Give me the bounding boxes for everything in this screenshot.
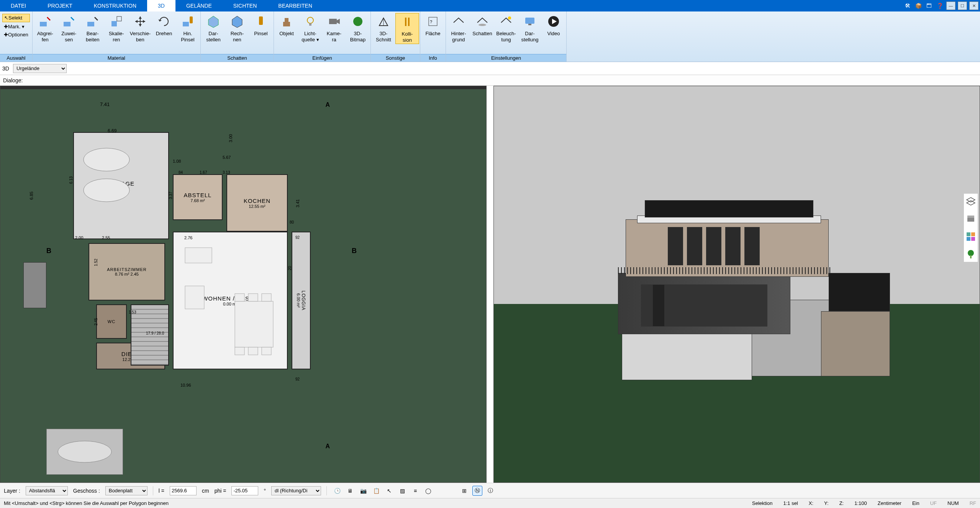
skalieren-button[interactable]: Skalie- ren <box>105 13 128 43</box>
darstellen-button[interactable]: Dar- stellen <box>202 13 225 43</box>
svg-point-25 <box>84 179 129 202</box>
ribbon-group-einfuegen: Objekt Licht- quelle ▾ Kame- ra 3D- Bitm… <box>274 11 371 62</box>
kollision-button[interactable]: Kolli- sion <box>395 13 419 44</box>
verschieben-button[interactable]: Verschie- ben <box>128 13 152 43</box>
ribbon-label-material: Material <box>33 54 200 62</box>
hintergrund-button[interactable]: Hinter- grund <box>447 13 470 43</box>
help-icon[interactable]: ❓ <box>936 2 944 10</box>
view-3d[interactable] <box>493 86 980 483</box>
svg-rect-28 <box>235 301 273 347</box>
svg-rect-32 <box>235 347 244 355</box>
svg-rect-27 <box>185 286 204 309</box>
svg-rect-0 <box>40 22 47 26</box>
svg-rect-33 <box>248 347 258 355</box>
menu-tab-gelaende[interactable]: GELÄNDE <box>175 0 223 11</box>
svg-rect-11 <box>309 23 311 26</box>
layer-select[interactable]: Abstandsflä <box>26 486 68 495</box>
svg-rect-21 <box>525 18 534 24</box>
status-rf: RF <box>970 500 976 506</box>
clipboard-icon[interactable]: 📋 <box>371 486 381 496</box>
info-icon[interactable]: ⓘ <box>485 486 495 496</box>
section-a-top: A <box>325 101 330 108</box>
objekt-button[interactable]: Objekt <box>275 13 298 38</box>
svg-rect-12 <box>329 19 337 24</box>
svg-rect-40 <box>967 237 970 241</box>
svg-point-20 <box>508 16 511 20</box>
hinpinsel-button[interactable]: Hin. Pinsel <box>176 13 200 43</box>
menu-tab-bearbeiten[interactable]: BEARBEITEN <box>267 0 323 11</box>
materials-icon[interactable] <box>965 231 976 242</box>
phi-label: phi = <box>215 488 226 494</box>
window-icon[interactable]: 🗔 <box>925 2 933 10</box>
clock-icon[interactable]: 🕒 <box>332 486 342 496</box>
view-mode-label: 3D <box>2 65 9 72</box>
status-uf: UF <box>930 500 937 506</box>
menu-tab-konstruktion[interactable]: KONSTRUKTION <box>83 0 147 11</box>
drehen-button[interactable]: Drehen <box>152 13 176 38</box>
menu-tab-sichten[interactable]: SICHTEN <box>223 0 267 11</box>
mark-button[interactable]: ✚ Mark. ▾ <box>2 23 30 31</box>
circle-icon[interactable]: ◯ <box>423 486 433 496</box>
svg-rect-3 <box>111 21 117 26</box>
bitmap3d-button[interactable]: 3D- Bitmap <box>346 13 370 43</box>
schnitt3d-button[interactable]: 3D- Schnitt <box>372 13 395 43</box>
workspace: 7.41 A GARAGE 36.36 m² 6.69 ABSTELL 7.68… <box>0 86 980 483</box>
room-wc-name: WC <box>108 319 115 324</box>
schatten-set-button[interactable]: Schatten <box>470 13 494 38</box>
svg-rect-4 <box>117 16 121 21</box>
flaeche-button[interactable]: ?Fläche <box>421 13 445 38</box>
svg-rect-37 <box>967 216 974 218</box>
optionen-button[interactable]: ✚ Optionen <box>2 31 30 39</box>
room-abstell-name: ABSTELL <box>184 192 212 198</box>
zuweisen-button[interactable]: Zuwei- sen <box>57 13 81 43</box>
svg-point-42 <box>968 250 974 256</box>
ribbon-group-auswahl: ↖ Selekt ✚ Mark. ▾ ✚ Optionen Auswahl <box>0 11 33 62</box>
package-icon[interactable]: 📦 <box>914 2 923 10</box>
abgreifen-button[interactable]: Abgrei- fen <box>33 13 57 43</box>
lichtquelle-button[interactable]: Licht- quelle ▾ <box>298 13 322 43</box>
svg-rect-38 <box>967 232 970 236</box>
bearbeiten-button[interactable]: Bear- beiten <box>81 13 105 43</box>
terrain-select[interactable]: Urgelände <box>13 64 67 73</box>
section-b-left: B <box>46 247 51 255</box>
dl-select[interactable]: dl (Richtung/Di <box>271 486 321 495</box>
menu-tab-3d[interactable]: 3D <box>147 0 175 11</box>
plants-icon[interactable] <box>965 249 976 260</box>
cursor-icon[interactable]: ↖ <box>384 486 394 496</box>
minimize-button[interactable]: — <box>946 2 955 10</box>
view-2d[interactable]: 7.41 A GARAGE 36.36 m² 6.69 ABSTELL 7.68… <box>0 86 487 483</box>
close-button[interactable]: ✕ <box>969 2 978 10</box>
grid-icon[interactable]: ⊞ <box>459 486 469 496</box>
maximize-button[interactable]: ☐ <box>958 2 967 10</box>
selekt-button[interactable]: ↖ Selekt <box>2 14 30 22</box>
nav-icon[interactable]: Ⓝ <box>472 486 482 496</box>
camera-icon[interactable]: 📷 <box>358 486 368 496</box>
context-bar: 3D Urgelände <box>0 62 980 75</box>
svg-rect-6 <box>190 16 193 23</box>
building-3d <box>591 185 882 384</box>
tools-icon[interactable]: 🛠 <box>903 2 912 10</box>
menu-tab-projekt[interactable]: PROJEKT <box>37 0 83 11</box>
svg-rect-36 <box>967 218 974 222</box>
pinsel-button[interactable]: Pinsel <box>249 13 273 38</box>
geschoss-select[interactable]: Bodenplatt <box>105 486 147 495</box>
monitor-icon[interactable]: 🖥 <box>345 486 355 496</box>
beleuchtung-button[interactable]: Beleuch- tung <box>494 13 518 43</box>
rechnen-button[interactable]: Rech- nen <box>225 13 249 43</box>
svg-rect-31 <box>262 294 271 301</box>
room-kochen-name: KOCHEN <box>244 198 270 204</box>
room-loggia-area: 6.00 m² <box>296 293 301 307</box>
layers-icon[interactable] <box>965 196 976 207</box>
furniture-icon[interactable] <box>965 214 976 224</box>
phi-input[interactable] <box>231 486 258 495</box>
menu-bar: DATEI PROJEKT KONSTRUKTION 3D GELÄNDE SI… <box>0 0 980 11</box>
video-button[interactable]: Video <box>542 13 565 38</box>
section-a-bot: A <box>325 443 330 450</box>
layers2-icon[interactable]: ▨ <box>397 486 407 496</box>
room-loggia-name: LOGGIA <box>301 291 306 310</box>
kamera-button[interactable]: Kame- ra <box>322 13 346 43</box>
l-input[interactable] <box>170 486 197 495</box>
darstellung-button[interactable]: Dar- stellung <box>518 13 542 43</box>
stack-icon[interactable]: ≡ <box>410 486 420 496</box>
menu-tab-datei[interactable]: DATEI <box>0 0 37 11</box>
